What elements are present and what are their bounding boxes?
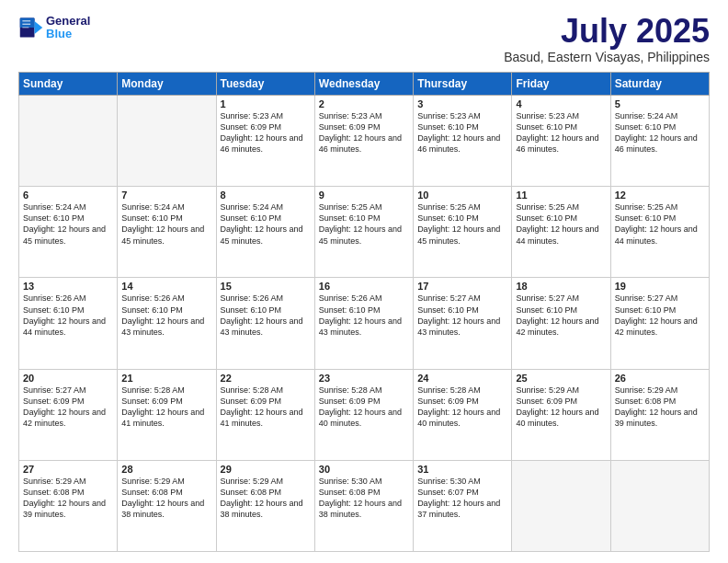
svg-rect-4 xyxy=(22,24,30,25)
day-cell: 9Sunrise: 5:25 AM Sunset: 6:10 PM Daylig… xyxy=(314,187,413,278)
day-info: Sunrise: 5:30 AM Sunset: 6:08 PM Dayligh… xyxy=(319,476,409,521)
logo-line2: Blue xyxy=(46,28,90,40)
day-cell xyxy=(512,460,610,551)
col-header-sunday: Sunday xyxy=(19,73,118,96)
day-number: 25 xyxy=(516,373,606,384)
col-header-friday: Friday xyxy=(512,73,610,96)
day-number: 15 xyxy=(221,281,311,292)
day-number: 18 xyxy=(516,281,606,292)
col-header-saturday: Saturday xyxy=(610,73,709,96)
day-cell: 20Sunrise: 5:27 AM Sunset: 6:09 PM Dayli… xyxy=(19,369,118,460)
day-info: Sunrise: 5:29 AM Sunset: 6:08 PM Dayligh… xyxy=(615,385,705,430)
day-info: Sunrise: 5:29 AM Sunset: 6:08 PM Dayligh… xyxy=(121,476,211,521)
day-number: 17 xyxy=(417,281,507,292)
day-cell: 17Sunrise: 5:27 AM Sunset: 6:10 PM Dayli… xyxy=(414,278,512,369)
svg-rect-5 xyxy=(22,27,28,28)
day-number: 19 xyxy=(615,281,705,292)
day-number: 16 xyxy=(319,281,409,292)
day-info: Sunrise: 5:25 AM Sunset: 6:10 PM Dayligh… xyxy=(319,201,409,247)
day-cell: 10Sunrise: 5:25 AM Sunset: 6:10 PM Dayli… xyxy=(414,187,512,278)
day-number: 27 xyxy=(23,464,113,475)
col-header-tuesday: Tuesday xyxy=(216,73,314,96)
col-header-wednesday: Wednesday xyxy=(314,73,413,96)
week-row-4: 20Sunrise: 5:27 AM Sunset: 6:09 PM Dayli… xyxy=(19,369,710,460)
day-number: 6 xyxy=(23,190,113,201)
week-row-2: 6Sunrise: 5:24 AM Sunset: 6:10 PM Daylig… xyxy=(19,187,710,278)
day-number: 5 xyxy=(615,98,705,109)
day-cell: 25Sunrise: 5:29 AM Sunset: 6:09 PM Dayli… xyxy=(512,369,610,460)
day-number: 29 xyxy=(221,464,311,475)
day-cell: 4Sunrise: 5:23 AM Sunset: 6:10 PM Daylig… xyxy=(512,96,610,187)
day-info: Sunrise: 5:24 AM Sunset: 6:10 PM Dayligh… xyxy=(221,201,311,247)
day-cell: 23Sunrise: 5:28 AM Sunset: 6:09 PM Dayli… xyxy=(314,369,413,460)
day-cell: 28Sunrise: 5:29 AM Sunset: 6:08 PM Dayli… xyxy=(118,460,216,551)
day-info: Sunrise: 5:23 AM Sunset: 6:09 PM Dayligh… xyxy=(221,110,311,155)
day-info: Sunrise: 5:29 AM Sunset: 6:08 PM Dayligh… xyxy=(221,476,311,521)
day-info: Sunrise: 5:24 AM Sunset: 6:10 PM Dayligh… xyxy=(121,201,211,247)
day-info: Sunrise: 5:25 AM Sunset: 6:10 PM Dayligh… xyxy=(516,201,606,247)
day-number: 11 xyxy=(516,190,606,201)
day-cell: 31Sunrise: 5:30 AM Sunset: 6:07 PM Dayli… xyxy=(414,460,512,551)
day-cell: 11Sunrise: 5:25 AM Sunset: 6:10 PM Dayli… xyxy=(512,187,610,278)
day-cell: 13Sunrise: 5:26 AM Sunset: 6:10 PM Dayli… xyxy=(19,278,118,369)
header: General Blue July 2025 Basud, Eastern Vi… xyxy=(18,15,710,64)
col-header-monday: Monday xyxy=(118,73,216,96)
day-cell: 18Sunrise: 5:27 AM Sunset: 6:10 PM Dayli… xyxy=(512,278,610,369)
calendar: SundayMondayTuesdayWednesdayThursdayFrid… xyxy=(18,72,710,552)
day-cell: 16Sunrise: 5:26 AM Sunset: 6:10 PM Dayli… xyxy=(314,278,413,369)
day-info: Sunrise: 5:27 AM Sunset: 6:10 PM Dayligh… xyxy=(417,293,507,338)
day-number: 8 xyxy=(221,190,311,201)
day-info: Sunrise: 5:23 AM Sunset: 6:10 PM Dayligh… xyxy=(417,110,507,155)
day-cell: 22Sunrise: 5:28 AM Sunset: 6:09 PM Dayli… xyxy=(216,369,314,460)
day-cell: 3Sunrise: 5:23 AM Sunset: 6:10 PM Daylig… xyxy=(414,96,512,187)
day-number: 31 xyxy=(417,464,507,475)
day-number: 3 xyxy=(417,98,507,109)
day-info: Sunrise: 5:26 AM Sunset: 6:10 PM Dayligh… xyxy=(121,293,211,338)
day-cell: 26Sunrise: 5:29 AM Sunset: 6:08 PM Dayli… xyxy=(610,369,709,460)
day-number: 13 xyxy=(23,281,113,292)
day-number: 7 xyxy=(121,190,211,201)
day-number: 20 xyxy=(23,373,113,384)
day-cell: 7Sunrise: 5:24 AM Sunset: 6:10 PM Daylig… xyxy=(118,187,216,278)
title-block: July 2025 Basud, Eastern Visayas, Philip… xyxy=(504,15,710,64)
col-header-thursday: Thursday xyxy=(414,73,512,96)
day-cell: 21Sunrise: 5:28 AM Sunset: 6:09 PM Dayli… xyxy=(118,369,216,460)
week-row-1: 1Sunrise: 5:23 AM Sunset: 6:09 PM Daylig… xyxy=(19,96,710,187)
month-title: July 2025 xyxy=(504,15,710,48)
day-info: Sunrise: 5:27 AM Sunset: 6:09 PM Dayligh… xyxy=(23,385,113,430)
week-row-5: 27Sunrise: 5:29 AM Sunset: 6:08 PM Dayli… xyxy=(19,460,710,551)
day-info: Sunrise: 5:26 AM Sunset: 6:10 PM Dayligh… xyxy=(23,293,113,338)
day-info: Sunrise: 5:26 AM Sunset: 6:10 PM Dayligh… xyxy=(221,293,311,338)
day-info: Sunrise: 5:27 AM Sunset: 6:10 PM Dayligh… xyxy=(615,293,705,338)
day-number: 23 xyxy=(319,373,409,384)
day-info: Sunrise: 5:30 AM Sunset: 6:07 PM Dayligh… xyxy=(417,476,507,521)
day-number: 14 xyxy=(121,281,211,292)
day-number: 24 xyxy=(417,373,507,384)
day-info: Sunrise: 5:23 AM Sunset: 6:09 PM Dayligh… xyxy=(319,110,409,155)
day-number: 12 xyxy=(615,190,705,201)
day-cell xyxy=(610,460,709,551)
day-info: Sunrise: 5:23 AM Sunset: 6:10 PM Dayligh… xyxy=(516,110,606,155)
logo-text: General Blue xyxy=(46,15,90,41)
day-cell: 15Sunrise: 5:26 AM Sunset: 6:10 PM Dayli… xyxy=(216,278,314,369)
logo: General Blue xyxy=(18,15,90,41)
day-info: Sunrise: 5:29 AM Sunset: 6:09 PM Dayligh… xyxy=(516,385,606,430)
logo-line1: General xyxy=(46,15,90,28)
day-info: Sunrise: 5:27 AM Sunset: 6:10 PM Dayligh… xyxy=(516,293,606,338)
day-info: Sunrise: 5:28 AM Sunset: 6:09 PM Dayligh… xyxy=(121,385,211,430)
day-cell: 14Sunrise: 5:26 AM Sunset: 6:10 PM Dayli… xyxy=(118,278,216,369)
day-cell: 19Sunrise: 5:27 AM Sunset: 6:10 PM Dayli… xyxy=(610,278,709,369)
day-cell: 27Sunrise: 5:29 AM Sunset: 6:08 PM Dayli… xyxy=(19,460,118,551)
day-info: Sunrise: 5:24 AM Sunset: 6:10 PM Dayligh… xyxy=(23,201,113,247)
day-cell: 29Sunrise: 5:29 AM Sunset: 6:08 PM Dayli… xyxy=(216,460,314,551)
day-number: 9 xyxy=(319,190,409,201)
page: General Blue July 2025 Basud, Eastern Vi… xyxy=(0,0,728,563)
day-info: Sunrise: 5:28 AM Sunset: 6:09 PM Dayligh… xyxy=(417,385,507,430)
day-info: Sunrise: 5:25 AM Sunset: 6:10 PM Dayligh… xyxy=(615,201,705,247)
day-cell: 1Sunrise: 5:23 AM Sunset: 6:09 PM Daylig… xyxy=(216,96,314,187)
day-info: Sunrise: 5:26 AM Sunset: 6:10 PM Dayligh… xyxy=(319,293,409,338)
day-cell: 12Sunrise: 5:25 AM Sunset: 6:10 PM Dayli… xyxy=(610,187,709,278)
day-number: 26 xyxy=(615,373,705,384)
svg-rect-1 xyxy=(20,18,35,29)
day-info: Sunrise: 5:29 AM Sunset: 6:08 PM Dayligh… xyxy=(23,476,113,521)
